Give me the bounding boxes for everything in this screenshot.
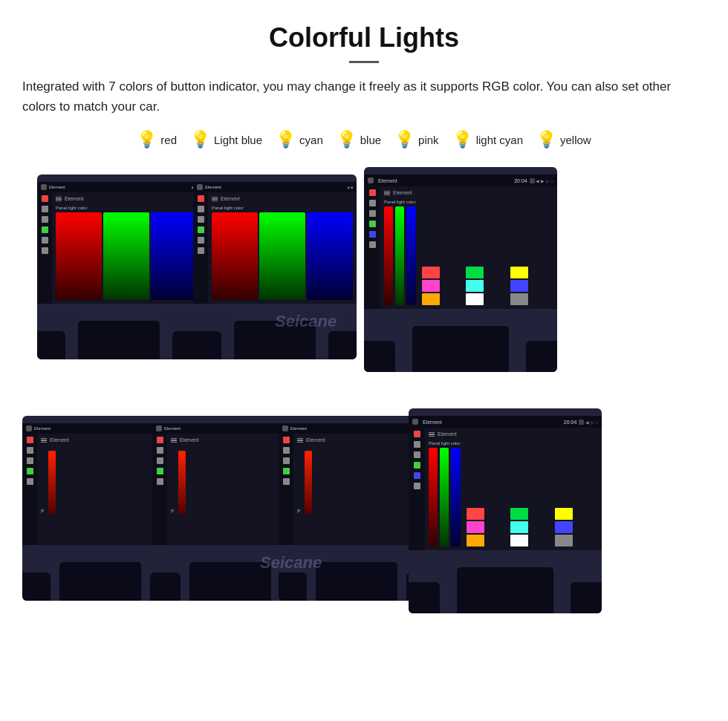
color-pink-label: pink	[418, 134, 439, 146]
top-device-row: Seicane Element ■ ■	[15, 167, 713, 401]
light-blue-bulb-icon: 💡	[190, 130, 210, 149]
title-divider	[349, 61, 379, 63]
red-bulb-icon: 💡	[137, 130, 157, 149]
color-cyan: 💡 cyan	[276, 130, 323, 149]
yellow-bulb-icon: 💡	[536, 130, 556, 149]
device-top-1: Element ■ ■	[37, 174, 201, 359]
color-yellow: 💡 yellow	[536, 130, 591, 149]
page-title: Colorful Lights	[15, 22, 713, 53]
color-light-cyan: 💡 light cyan	[452, 130, 523, 149]
device-top-3: Element 20:04 ⬛ ◀ ▶ ▷ ○	[364, 167, 557, 372]
pink-bulb-icon: 💡	[394, 130, 415, 149]
color-light-blue-label: Light blue	[214, 134, 262, 146]
blue-bulb-icon: 💡	[337, 130, 357, 149]
color-pink: 💡 pink	[394, 130, 439, 149]
color-red-label: red	[160, 134, 177, 146]
device-top-2: Element ■ ■	[193, 174, 357, 359]
device-bottom-4: Element 20:04 ⬛ ◀ ▷ ○	[409, 408, 602, 613]
color-blue-label: blue	[360, 134, 381, 146]
color-light-blue: 💡 Light blue	[190, 130, 262, 149]
color-red: 💡 red	[137, 130, 177, 149]
color-blue: 💡 blue	[337, 130, 381, 149]
color-yellow-label: yellow	[560, 134, 591, 146]
light-cyan-bulb-icon: 💡	[452, 130, 472, 149]
bottom-device-row: Seicane Element	[15, 408, 713, 646]
cyan-bulb-icon: 💡	[276, 130, 296, 149]
page-container: Colorful Lights Integrated with 7 colors…	[0, 0, 728, 661]
title-section: Colorful Lights Integrated with 7 colors…	[15, 22, 713, 117]
color-indicators: 💡 red 💡 Light blue 💡 cyan 💡 blue 💡 pink …	[15, 130, 713, 149]
color-cyan-label: cyan	[299, 134, 323, 146]
description-text: Integrated with 7 colors of button indic…	[15, 76, 713, 117]
color-light-cyan-label: light cyan	[476, 134, 523, 146]
